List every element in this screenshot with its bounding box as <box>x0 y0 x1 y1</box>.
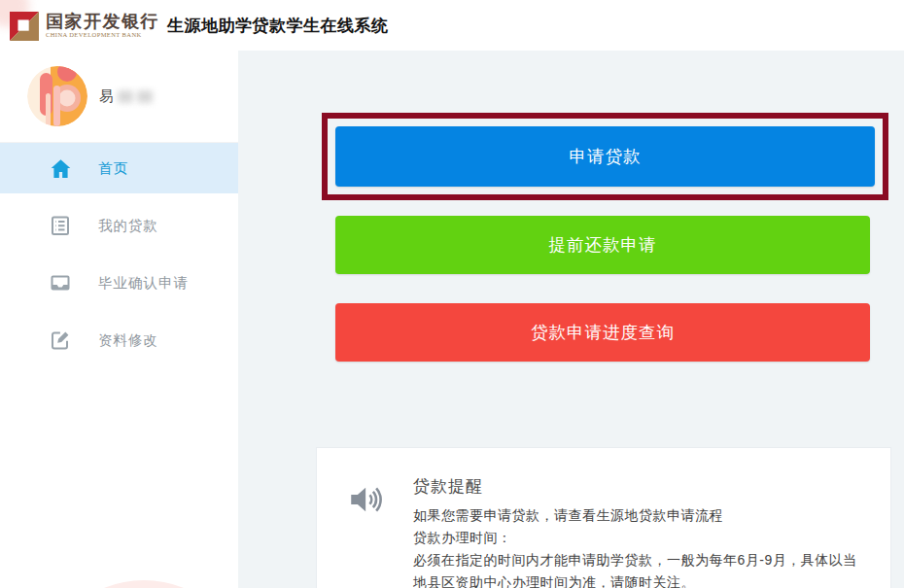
sidebar-item-label: 我的贷款 <box>98 217 158 235</box>
sidebar-item-my-loans[interactable]: 我的贷款 <box>0 200 238 251</box>
main-content: 申请贷款 提前还款申请 贷款申请进度查询 贷款提醒 如果您需要申请贷款，请查看生… <box>238 51 904 588</box>
decorative-ring <box>37 580 238 588</box>
early-repayment-button[interactable]: 提前还款申请 <box>335 216 870 274</box>
bank-name-en: CHINA DEVELOPMENT BANK <box>46 32 159 39</box>
sidebar-item-label: 毕业确认申请 <box>98 274 189 293</box>
reminder-line: 贷款办理时间： <box>413 527 869 549</box>
speaker-icon <box>346 479 387 520</box>
masked-name-blur <box>137 90 153 103</box>
inbox-icon <box>49 271 73 295</box>
masked-name-blur <box>118 90 133 103</box>
loan-list-icon <box>49 214 73 238</box>
sidebar-item-label: 首页 <box>98 159 128 178</box>
reminder-title: 贷款提醒 <box>413 475 869 498</box>
bank-logo-icon <box>10 12 39 41</box>
bank-name: 国家开发银行 <box>46 13 159 30</box>
apply-loan-button[interactable]: 申请贷款 <box>335 126 875 187</box>
reminder-line: 必须在指定的时间内才能申请助学贷款，一般为每年6月-9月，具体以当地县区资助中心… <box>413 549 869 588</box>
user-profile: 易 <box>0 51 238 143</box>
sidebar: 易 首页 <box>0 51 238 588</box>
home-icon <box>49 156 73 181</box>
reminder-line: 如果您需要申请贷款，请查看生源地贷款申请流程 <box>413 504 869 527</box>
app-header: 国家开发银行 CHINA DEVELOPMENT BANK 生源地助学贷款学生在… <box>0 0 904 51</box>
highlight-box: 申请贷款 <box>322 113 888 200</box>
system-title: 生源地助学贷款学生在线系统 <box>167 15 389 37</box>
avatar <box>27 66 87 126</box>
loan-progress-query-button[interactable]: 贷款申请进度查询 <box>335 303 870 362</box>
sidebar-item-label: 资料修改 <box>98 331 158 350</box>
sidebar-item-home[interactable]: 首页 <box>0 143 238 193</box>
sidebar-item-graduation-confirm[interactable]: 毕业确认申请 <box>0 258 238 308</box>
edit-icon <box>49 329 73 353</box>
user-name: 易 <box>99 87 114 106</box>
loan-reminder-card: 贷款提醒 如果您需要申请贷款，请查看生源地贷款申请流程 贷款办理时间： 必须在指… <box>316 447 891 588</box>
sidebar-item-edit-profile[interactable]: 资料修改 <box>0 315 238 365</box>
